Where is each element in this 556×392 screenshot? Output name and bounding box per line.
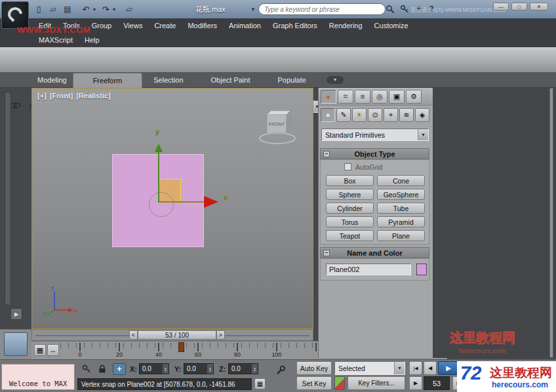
menu-create[interactable]: Create (148, 18, 182, 33)
primitive-button-box[interactable]: Box (326, 175, 374, 186)
x-spinner[interactable]: ▴▾ (163, 364, 169, 374)
save-file-icon[interactable]: ▤ (62, 3, 73, 15)
ribbon-tab-modeling[interactable]: Modeling (31, 72, 73, 88)
y-spinner[interactable]: ▴▾ (207, 364, 213, 374)
time-slider-value[interactable]: 53 / 100 (138, 330, 216, 340)
x-coord-field[interactable]: 0.0 ▴▾ (139, 363, 169, 374)
current-frame-marker[interactable] (178, 342, 184, 352)
ribbon-minimize-button[interactable]: ▾ (327, 76, 344, 84)
viewport-front[interactable]: [+] [Front] [Realistic] FRONT y x (31, 88, 313, 329)
next-frame-button[interactable]: > (216, 330, 225, 340)
object-color-swatch[interactable] (416, 264, 427, 275)
selection-lock-icon[interactable] (97, 363, 108, 375)
primitive-button-geosphere[interactable]: GeoSphere (377, 189, 425, 200)
time-slider-handle[interactable]: < 53 / 100 > (129, 330, 225, 340)
category-helpers[interactable]: ⌖ (384, 108, 398, 122)
ribbon-tab-populate[interactable]: Populate (271, 72, 311, 88)
expand-tray-button[interactable]: ▶ (10, 308, 22, 320)
tab-display[interactable]: ▣ (389, 90, 405, 104)
absolute-offset-toggle[interactable]: + (113, 363, 126, 375)
menu-rendering[interactable]: Rendering (323, 18, 368, 33)
viewport-layout-button[interactable] (4, 332, 28, 356)
menu-graph-editors[interactable]: Graph Editors (267, 18, 323, 33)
redo-caret-icon[interactable]: ▾ (111, 5, 117, 13)
viewport-general-menu[interactable]: [+] (37, 92, 47, 100)
open-mini-curve-editor-button[interactable]: ▦ (34, 344, 46, 356)
gizmo-y-arrowhead-icon[interactable] (155, 144, 163, 152)
previous-key-button[interactable]: ◀ (424, 361, 437, 375)
primitive-button-teapot[interactable]: Teapot (326, 230, 374, 241)
autogrid-checkbox[interactable] (344, 163, 351, 170)
menu-views[interactable]: Views (117, 18, 148, 33)
tab-utilities[interactable]: ⚙ (406, 90, 422, 104)
category-spacewarps[interactable]: ≋ (399, 108, 414, 122)
primitive-button-cone[interactable]: Cone (377, 175, 425, 186)
primitive-button-pyramid[interactable]: Pyramid (377, 216, 425, 227)
menu-help[interactable]: Help (79, 33, 106, 47)
menu-animation[interactable]: Animation (223, 18, 267, 33)
open-file-icon[interactable]: ▱ (47, 3, 59, 15)
selection-set-dropdown[interactable]: Selected ▾ (334, 361, 405, 375)
tab-modify[interactable]: ≈ (338, 90, 353, 104)
viewport-shading-menu[interactable]: [Realistic] (76, 92, 111, 100)
wrench-icon[interactable] (274, 364, 287, 377)
selection-set-arrow-icon[interactable]: ▾ (394, 362, 405, 374)
ribbon-tab-freeform[interactable]: Freeform (73, 73, 143, 88)
undo-icon[interactable]: ↶ (80, 3, 92, 15)
minimize-button[interactable]: — (493, 3, 509, 10)
gizmo-x-arrowhead-icon[interactable] (204, 196, 218, 208)
key-filters-button[interactable]: Key Filters... (348, 376, 405, 390)
title-caret-icon[interactable]: ▾ (249, 5, 257, 13)
primitive-button-plane[interactable]: Plane (377, 230, 425, 241)
category-geometry[interactable]: ● (321, 108, 335, 122)
category-systems[interactable]: ◈ (415, 108, 429, 122)
primitive-button-torus[interactable]: Torus (326, 216, 374, 227)
redo-icon[interactable]: ↷ (100, 3, 111, 15)
infocenter-key-icon[interactable] (400, 5, 409, 16)
auto-key-button[interactable]: Auto Key (296, 361, 332, 375)
menu-modifiers[interactable]: Modifiers (182, 18, 223, 33)
rollout-collapse-icon[interactable]: − (323, 151, 330, 157)
category-cameras[interactable]: ⊙ (368, 108, 382, 122)
viewport-pov-menu[interactable]: [Front] (50, 92, 73, 100)
object-type-rollout-header[interactable]: − Object Type (320, 148, 429, 159)
go-to-start-button[interactable]: |◀ (409, 361, 422, 375)
new-scene-icon[interactable]: ▯ (33, 3, 45, 15)
previous-frame-button[interactable]: < (129, 330, 138, 340)
setkey-key-icon[interactable] (81, 363, 92, 375)
play-animation-button[interactable]: ▶ (438, 361, 459, 375)
category-lights[interactable]: ☀ (352, 108, 367, 122)
next-frame-playback-button[interactable]: ▶ (409, 376, 422, 390)
tab-motion[interactable]: ◎ (372, 90, 387, 104)
grid-toggle-button[interactable]: ▦ (254, 378, 266, 389)
tab-hierarchy[interactable]: ≡ (355, 90, 370, 104)
z-spinner[interactable]: ▴▾ (252, 364, 258, 374)
object-name-field[interactable]: Plane002 (326, 264, 411, 275)
primitive-category-arrow-icon[interactable]: ▾ (418, 129, 428, 140)
name-color-rollout-header[interactable]: − Name and Color (320, 247, 429, 258)
track-bar-pan-button[interactable]: ↔ (47, 344, 59, 356)
default-tangent-button[interactable] (334, 376, 345, 390)
z-coord-field[interactable]: 0.0 ▴▾ (228, 363, 258, 374)
primitive-button-sphere[interactable]: Sphere (326, 189, 374, 200)
maximize-button[interactable]: □ (511, 3, 527, 10)
ribbon-tab-object-paint[interactable]: Object Paint (205, 72, 256, 88)
tab-create[interactable]: ► (321, 90, 336, 104)
undo-caret-icon[interactable]: ▾ (92, 5, 97, 13)
current-frame-field[interactable]: 53 (424, 376, 450, 390)
set-key-button[interactable]: Set Key (296, 376, 332, 390)
primitive-button-tube[interactable]: Tube (377, 203, 425, 214)
project-folder-icon[interactable]: ▱ (123, 3, 135, 15)
menu-customize[interactable]: Customize (368, 18, 414, 33)
rollout-collapse-icon[interactable]: − (323, 250, 330, 256)
menu-maxscript[interactable]: MAXScript (33, 33, 79, 47)
primitive-button-cylinder[interactable]: Cylinder (326, 203, 374, 214)
y-coord-field[interactable]: 0.0 ▴▾ (184, 363, 214, 374)
close-button[interactable]: × (530, 3, 548, 10)
category-shapes[interactable]: ✎ (336, 108, 351, 122)
search-icon[interactable] (386, 5, 395, 16)
maxscript-mini-listener[interactable]: Welcome to MAX (1, 364, 75, 390)
search-input[interactable] (258, 3, 386, 15)
viewcube[interactable]: FRONT (258, 104, 298, 145)
primitive-category-dropdown[interactable]: Standard Primitives ▾ (321, 128, 429, 141)
